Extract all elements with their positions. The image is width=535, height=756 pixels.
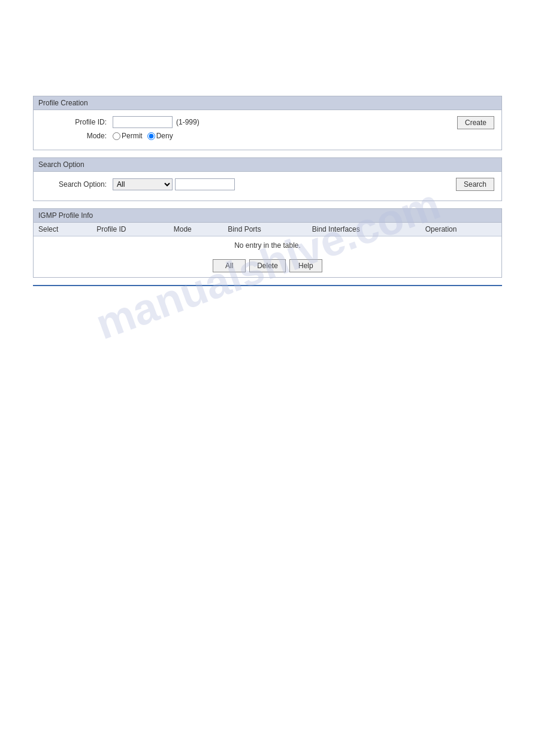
profile-id-label: Profile ID: (41, 118, 113, 126)
igmp-table-container: Select Profile ID Mode Bind Ports Bind I… (34, 223, 501, 277)
igmp-profile-info-header: IGMP Profile Info (34, 209, 501, 223)
permit-radio-label[interactable]: Permit (113, 132, 143, 140)
profile-id-range: (1-999) (176, 118, 200, 126)
profile-id-controls: (1-999) (113, 116, 494, 128)
no-entry-text: No entry in the table. (34, 236, 501, 255)
create-button[interactable]: Create (457, 116, 494, 129)
col-bind-ports: Bind Ports (223, 223, 307, 236)
search-option-title: Search Option (38, 160, 84, 169)
igmp-profile-info-title: IGMP Profile Info (38, 211, 93, 220)
search-option-section: Search Option Search Option: All Profile… (33, 157, 502, 201)
table-buttons-container: All Delete Help (34, 254, 501, 277)
deny-radio-label[interactable]: Deny (147, 132, 173, 140)
profile-creation-title: Profile Creation (38, 99, 88, 107)
search-option-label: Search Option: (41, 180, 113, 189)
col-select: Select (34, 223, 92, 236)
profile-creation-body: Profile ID: (1-999) Create Mode: Permi (34, 110, 501, 150)
profile-id-input[interactable] (113, 116, 173, 128)
mode-controls: Permit Deny (113, 132, 494, 140)
profile-creation-section: Profile Creation Profile ID: (1-999) Cre… (33, 96, 502, 150)
mode-label: Mode: (41, 132, 113, 140)
col-bind-interfaces: Bind Interfaces (307, 223, 421, 236)
search-button[interactable]: Search (456, 178, 494, 191)
all-button[interactable]: All (213, 259, 246, 272)
permit-label-text: Permit (122, 132, 143, 140)
bottom-border (33, 285, 502, 286)
permit-radio[interactable] (113, 132, 120, 140)
search-value-input[interactable] (175, 178, 235, 190)
search-option-row: Search Option: All Profile ID Mode Searc… (41, 178, 494, 191)
search-option-dropdown[interactable]: All Profile ID Mode (113, 178, 173, 190)
igmp-profile-table: Select Profile ID Mode Bind Ports Bind I… (34, 223, 501, 254)
search-option-controls: All Profile ID Mode (113, 178, 456, 190)
search-option-header: Search Option (34, 158, 501, 172)
table-header-row: Select Profile ID Mode Bind Ports Bind I… (34, 223, 501, 236)
help-button[interactable]: Help (289, 259, 322, 272)
col-profile-id: Profile ID (92, 223, 169, 236)
col-mode: Mode (169, 223, 223, 236)
igmp-profile-info-section: IGMP Profile Info Select Profile ID Mode… (33, 208, 502, 278)
search-btn-container: Search (456, 178, 494, 191)
profile-id-row: Profile ID: (1-999) Create (41, 116, 494, 128)
no-entry-row: No entry in the table. (34, 236, 501, 255)
create-btn-container: Create (457, 116, 494, 129)
delete-button[interactable]: Delete (249, 259, 286, 272)
mode-row: Mode: Permit Deny (41, 132, 494, 140)
deny-label-text: Deny (156, 132, 173, 140)
col-operation: Operation (421, 223, 501, 236)
profile-creation-header: Profile Creation (34, 96, 501, 110)
search-option-body: Search Option: All Profile ID Mode Searc… (34, 172, 501, 201)
deny-radio[interactable] (147, 132, 155, 140)
